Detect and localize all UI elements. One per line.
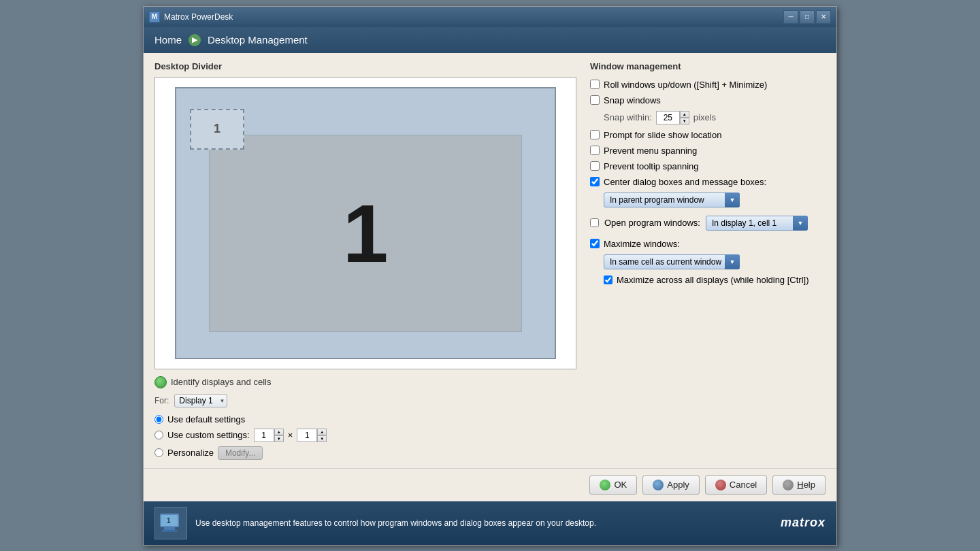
identify-button[interactable]: Identify displays and cells [154, 376, 271, 388]
minimize-button[interactable]: ─ [783, 10, 798, 24]
prevent-tooltip-label: Prevent tooltip spanning [604, 161, 698, 171]
titlebar: M Matrox PowerDesk ─ □ ✕ [144, 7, 836, 27]
roll-windows-row: Roll windows up/down ([Shift] + Minimize… [590, 80, 826, 90]
help-button[interactable]: Help [772, 475, 826, 495]
maximize-dropdown[interactable]: In same cell as current window [604, 254, 740, 269]
help-icon [783, 480, 794, 490]
radio-default-row: Use default settings [154, 414, 576, 424]
roll-windows-label: Roll windows up/down ([Shift] + Minimize… [604, 80, 767, 90]
custom-spinner-1-btns: ▲ ▼ [274, 429, 284, 442]
svg-rect-2 [162, 530, 177, 532]
custom-spinner-2-input[interactable] [297, 429, 317, 442]
apply-icon [653, 480, 664, 490]
custom-spinner-2-down[interactable]: ▼ [317, 435, 327, 442]
radio-personalize[interactable] [154, 448, 163, 457]
maximize-all-label: Maximize across all displays (while hold… [617, 275, 808, 285]
snap-windows-label: Snap windows [604, 95, 661, 105]
custom-spinner-1: ▲ ▼ [254, 429, 284, 442]
snap-up-button[interactable]: ▲ [680, 111, 689, 118]
snap-within-label: Snap within: [604, 112, 652, 122]
window-management-title: Window management [590, 61, 826, 71]
snap-spinner-btns: ▲ ▼ [680, 111, 689, 124]
radio-custom[interactable] [154, 431, 163, 439]
cancel-button[interactable]: Cancel [705, 475, 767, 495]
titlebar-title: Matrox PowerDesk [164, 12, 233, 22]
maximize-windows-checkbox[interactable] [590, 239, 600, 248]
desktop-display-number: 1 [209, 135, 522, 332]
home-link[interactable]: Home [154, 34, 182, 46]
snap-pixels-label: pixels [693, 112, 716, 122]
status-icon: 1 [154, 507, 187, 539]
cancel-icon [715, 480, 726, 490]
desktop-tab: 1 [190, 109, 244, 150]
snap-spinner: ▲ ▼ [656, 111, 689, 124]
maximize-block: Maximize windows: In same cell as curren… [590, 239, 826, 285]
roll-windows-checkbox[interactable] [590, 80, 600, 89]
open-program-checkbox[interactable] [590, 218, 599, 227]
open-program-row: Open program windows: In display 1, cell… [590, 216, 826, 231]
center-dialog-dropdown-wrapper: In parent program window In display 1, c… [604, 193, 826, 207]
center-dialog-checkbox[interactable] [590, 177, 600, 186]
titlebar-left: M Matrox PowerDesk [149, 12, 233, 22]
prevent-menu-row: Prevent menu spanning [590, 146, 826, 156]
ok-button[interactable]: OK [589, 475, 637, 495]
custom-spinner-2: ▲ ▼ [297, 429, 327, 442]
maximize-button[interactable]: □ [800, 10, 815, 24]
open-program-label: Open program windows: [604, 218, 700, 228]
radio-personalize-label: Personalize [167, 448, 214, 458]
open-program-dropdown[interactable]: In display 1, cell 1 [706, 216, 808, 231]
header-bar: Home ▶ Desktop Management [144, 27, 836, 53]
radio-default-label: Use default settings [167, 414, 245, 424]
maximize-all-checkbox[interactable] [604, 276, 612, 284]
center-dialog-dropdown[interactable]: In parent program window In display 1, c… [604, 193, 740, 207]
cancel-label: Cancel [730, 480, 757, 490]
radio-default[interactable] [154, 415, 163, 424]
nav-arrow-icon: ▶ [189, 34, 201, 46]
maximize-windows-row: Maximize windows: [590, 239, 826, 249]
svg-rect-1 [164, 527, 175, 530]
custom-spinner-separator: × [288, 430, 293, 440]
page-title: Desktop Management [208, 34, 308, 46]
apply-label: Apply [667, 480, 689, 490]
identify-row: Identify displays and cells [154, 376, 576, 388]
snap-windows-checkbox[interactable] [590, 95, 600, 105]
apply-button[interactable]: Apply [642, 475, 700, 495]
close-button[interactable]: ✕ [816, 10, 831, 24]
maximize-all-row: Maximize across all displays (while hold… [604, 275, 826, 285]
maximize-windows-label: Maximize windows: [604, 239, 680, 249]
matrox-logo: matrox [781, 516, 826, 530]
custom-spinner-2-up[interactable]: ▲ [317, 429, 327, 435]
radio-group: Use default settings Use custom settings… [154, 414, 576, 460]
svg-text:1: 1 [167, 517, 171, 524]
identify-label: Identify displays and cells [171, 377, 271, 387]
display-dropdown[interactable]: Display 1 [174, 394, 227, 407]
custom-spinner-1-up[interactable]: ▲ [274, 429, 284, 435]
radio-custom-label: Use custom settings: [167, 430, 250, 440]
desktop-divider-box: 1 1 [154, 77, 576, 369]
maximize-dropdown-blue: In same cell as current window ▼ [604, 254, 740, 269]
prompt-slide-label: Prompt for slide show location [604, 130, 721, 140]
snap-down-button[interactable]: ▼ [680, 118, 689, 124]
modify-button[interactable]: Modify... [218, 446, 263, 460]
ok-label: OK [614, 480, 627, 490]
button-bar: OK Apply Cancel Help [144, 468, 836, 501]
main-content: Desktop Divider 1 1 Identify displays an… [144, 53, 836, 468]
prompt-slide-checkbox[interactable] [590, 130, 600, 139]
right-panel: Window management Roll windows up/down (… [576, 61, 826, 460]
desktop-icon-svg: 1 [159, 511, 183, 535]
prompt-slide-row: Prompt for slide show location [590, 130, 826, 140]
help-label: Help [797, 480, 815, 490]
center-dialog-row: Center dialog boxes and message boxes: [590, 177, 826, 187]
maximize-dropdown-wrapper: In same cell as current window ▼ [604, 254, 826, 269]
custom-spinner-2-btns: ▲ ▼ [317, 429, 327, 442]
custom-spinner-1-down[interactable]: ▼ [274, 435, 284, 442]
center-dialog-dropdown-blue: In parent program window In display 1, c… [604, 193, 740, 207]
display-dropdown-wrapper: Display 1 [174, 394, 227, 407]
ok-icon [600, 480, 610, 490]
snap-value-input[interactable] [656, 111, 680, 124]
custom-spinner-1-input[interactable] [254, 429, 274, 442]
left-panel: Desktop Divider 1 1 Identify displays an… [154, 61, 576, 460]
prevent-tooltip-checkbox[interactable] [590, 161, 600, 171]
status-bar: 1 Use desktop management features to con… [144, 501, 836, 545]
prevent-menu-checkbox[interactable] [590, 146, 600, 155]
